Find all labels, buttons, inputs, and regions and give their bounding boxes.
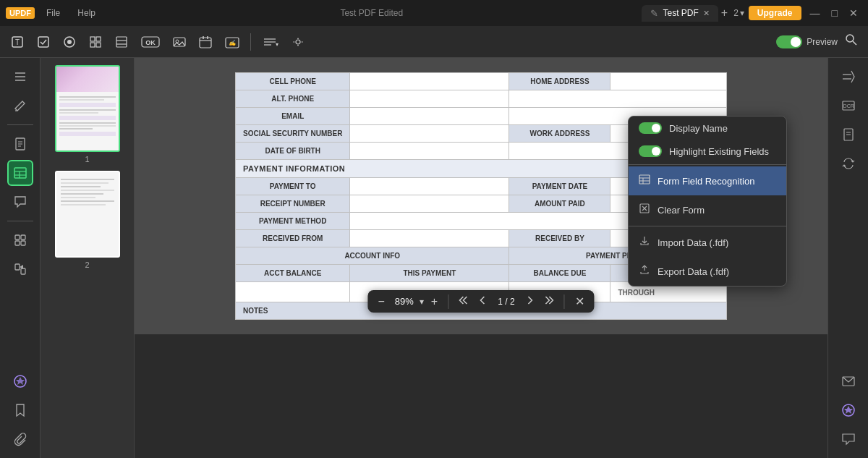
thumbnail-page-1[interactable]: 1 [55, 65, 120, 164]
ssn-value[interactable] [350, 125, 509, 143]
clear-form-item[interactable]: Clear Form [629, 195, 786, 224]
export-data-item[interactable]: Export Data (.fdf) [629, 257, 786, 286]
svg-text:OK: OK [145, 39, 156, 46]
prev-page-button[interactable] [475, 293, 489, 310]
right-icon-ocr[interactable]: OCR [835, 93, 861, 119]
thumb-line [61, 197, 95, 198]
list-tool[interactable] [110, 32, 133, 52]
version-chevron: ▾ [740, 8, 744, 18]
thumb-line [61, 193, 103, 195]
zoom-in-button[interactable]: + [427, 294, 442, 310]
close-button[interactable]: ✕ [845, 6, 862, 20]
align-tool[interactable]: ▾ [257, 32, 283, 52]
export-data-icon [639, 264, 650, 279]
ok-tool[interactable]: OK [136, 32, 165, 52]
maximize-button[interactable]: □ [827, 6, 842, 20]
minimize-button[interactable]: — [806, 6, 825, 20]
bottom-toolbar: − 89% ▾ + 1 / 2 [367, 290, 594, 313]
highlight-fields-row: Highlight Existing Fields [629, 140, 786, 163]
new-tab-button[interactable]: + [721, 7, 728, 20]
thumb-line [59, 112, 99, 114]
svg-point-15 [176, 40, 179, 43]
sidebar-icon-form[interactable] [7, 160, 33, 186]
tab-close-icon[interactable]: ✕ [703, 9, 710, 18]
zoom-out-icon: − [378, 295, 384, 308]
toolbar-separator-1 [250, 33, 251, 51]
right-icon-chat[interactable] [835, 426, 861, 452]
thumb-line [61, 182, 109, 184]
sidebar-icon-convert[interactable] [7, 256, 33, 282]
home-address-cont[interactable] [509, 90, 727, 108]
form-recognition-item[interactable]: Form Field Recognition [629, 166, 786, 195]
sidebar-icon-attachment[interactable] [7, 426, 33, 452]
zoom-out-button[interactable]: − [373, 294, 388, 310]
display-name-toggle[interactable] [639, 122, 662, 134]
date-tool[interactable] [194, 32, 217, 52]
dob-value[interactable] [350, 143, 509, 160]
page-indicator: 1 / 2 [492, 297, 520, 307]
text-tool[interactable]: T [6, 32, 29, 52]
thumb-label-2: 2 [85, 260, 89, 269]
image-tool[interactable] [168, 32, 191, 52]
search-button[interactable] [841, 30, 862, 53]
file-menu[interactable]: File [41, 7, 66, 20]
svg-text:T: T [15, 38, 20, 46]
right-icon-email[interactable] [835, 368, 861, 394]
window-controls: — □ ✕ [806, 6, 862, 20]
cell-phone-value[interactable] [350, 73, 509, 90]
preview-toggle-switch[interactable] [776, 35, 802, 48]
highlight-fields-toggle[interactable] [639, 145, 662, 157]
sidebar-icon-ai[interactable] [7, 368, 33, 394]
grid-tool[interactable] [84, 32, 107, 52]
next-page-button[interactable] [524, 293, 538, 310]
home-address-value[interactable] [610, 73, 727, 90]
display-name-knob [652, 124, 660, 132]
upgrade-button[interactable]: Upgrade [749, 6, 801, 20]
signature-tool[interactable]: ✍ [220, 32, 244, 52]
right-icon-convert[interactable] [835, 150, 861, 177]
sidebar-icon-pages[interactable] [7, 131, 33, 157]
edit-icon: ✎ [650, 8, 658, 19]
nav-separator-1 [448, 294, 448, 309]
payment-to-value[interactable] [350, 178, 509, 195]
svg-rect-8 [96, 43, 101, 47]
first-page-button[interactable] [454, 293, 472, 310]
checkbox-tool[interactable] [32, 32, 55, 52]
sidebar-icon-edit[interactable] [7, 93, 33, 119]
right-icon-ai-assistant[interactable] [835, 397, 861, 423]
right-icon-share[interactable] [835, 64, 861, 90]
thumb-line [61, 204, 106, 205]
version-badge: 2 ▾ [733, 8, 744, 18]
help-menu[interactable]: Help [72, 7, 101, 20]
received-from-label: RECEIVED FROM [236, 230, 350, 247]
receipt-num-value[interactable] [350, 195, 509, 213]
email-value[interactable] [350, 108, 509, 125]
acct-balance-header: ACCT BALANCE [236, 265, 350, 282]
acct-balance-value[interactable] [236, 282, 350, 302]
right-icon-pages[interactable] [835, 122, 861, 148]
sidebar-icon-bookmark[interactable] [7, 397, 33, 423]
page-total: 2 [510, 297, 515, 307]
thumbnail-page-2[interactable]: 2 [55, 171, 120, 269]
highlight-fields-label: Highlight Existing Fields [669, 146, 776, 157]
svg-rect-5 [90, 37, 95, 41]
alt-phone-value[interactable] [350, 90, 509, 108]
received-from-value[interactable] [350, 230, 509, 247]
radio-tool[interactable] [58, 32, 81, 52]
received-by-label: RECEIVED BY [509, 230, 610, 247]
display-name-label: Display Name [669, 123, 776, 134]
settings-tool[interactable] [286, 32, 310, 52]
thumbnail-panel: 1 2 [41, 58, 135, 458]
sidebar-icon-menu[interactable] [7, 64, 33, 90]
import-data-item[interactable]: Import Data (.fdf) [629, 228, 786, 257]
zoom-dropdown-button[interactable]: ▾ [420, 297, 424, 307]
svg-marker-65 [844, 406, 853, 414]
tab-test-pdf[interactable]: ✎ Test PDF ✕ [642, 5, 718, 22]
clear-form-icon [639, 203, 650, 217]
svg-text:OCR: OCR [843, 103, 854, 109]
sidebar-icon-organize[interactable] [7, 227, 33, 253]
close-toolbar-button[interactable]: ✕ [571, 293, 589, 310]
last-page-button[interactable] [541, 293, 558, 310]
sidebar-icon-comment[interactable] [7, 189, 33, 215]
svg-marker-48 [16, 377, 25, 385]
